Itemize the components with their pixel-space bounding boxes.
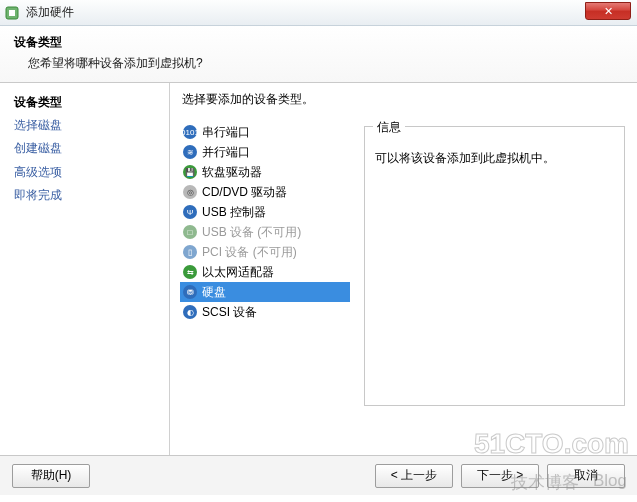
wizard-step[interactable]: 即将完成 — [14, 184, 163, 207]
usb-controller-icon: Ψ — [182, 204, 198, 220]
info-legend: 信息 — [373, 119, 405, 136]
device-type-label: 硬盘 — [202, 283, 226, 301]
device-type-item: □USB 设备 (不可用) — [180, 222, 350, 242]
wizard-steps-sidebar: 设备类型选择磁盘创建磁盘高级选项即将完成 — [0, 83, 170, 455]
svg-text:≋: ≋ — [187, 148, 194, 157]
pci-device-icon: ▯ — [182, 244, 198, 260]
svg-text:▯: ▯ — [188, 248, 192, 257]
device-type-label: 并行端口 — [202, 143, 250, 161]
wizard-step[interactable]: 设备类型 — [14, 91, 163, 114]
device-type-item[interactable]: ◎CD/DVD 驱动器 — [180, 182, 350, 202]
wizard-step[interactable]: 创建磁盘 — [14, 137, 163, 160]
device-type-label: PCI 设备 (不可用) — [202, 243, 297, 261]
device-type-item: ▯PCI 设备 (不可用) — [180, 242, 350, 262]
close-button[interactable]: ✕ — [585, 2, 631, 20]
info-groupbox: 信息 可以将该设备添加到此虚拟机中。 — [364, 126, 625, 406]
cancel-button[interactable]: 取消 — [547, 464, 625, 488]
window-title: 添加硬件 — [26, 4, 74, 21]
device-type-item[interactable]: 0101串行端口 — [180, 122, 350, 142]
help-button[interactable]: 帮助(H) — [12, 464, 90, 488]
device-type-label: 以太网适配器 — [202, 263, 274, 281]
cd-dvd-drive-icon: ◎ — [182, 184, 198, 200]
ethernet-adapter-icon: ⇆ — [182, 264, 198, 280]
wizard-main: 选择要添加的设备类型。 0101串行端口≋并行端口💾软盘驱动器◎CD/DVD 驱… — [170, 83, 637, 455]
device-type-label: USB 设备 (不可用) — [202, 223, 301, 241]
hard-disk-icon: ⛃ — [182, 284, 198, 300]
svg-text:⛃: ⛃ — [187, 288, 194, 297]
titlebar: 添加硬件 ✕ — [0, 0, 637, 26]
header-title: 设备类型 — [14, 34, 623, 51]
device-type-item[interactable]: ⛃硬盘 — [180, 282, 350, 302]
floppy-drive-icon: 💾 — [182, 164, 198, 180]
svg-rect-1 — [9, 10, 15, 16]
device-type-label: 软盘驱动器 — [202, 163, 262, 181]
device-type-label: CD/DVD 驱动器 — [202, 183, 287, 201]
device-type-item[interactable]: ◐SCSI 设备 — [180, 302, 350, 322]
device-type-item[interactable]: ⇆以太网适配器 — [180, 262, 350, 282]
device-type-item[interactable]: 💾软盘驱动器 — [180, 162, 350, 182]
svg-text:⇆: ⇆ — [187, 268, 194, 277]
device-type-label: SCSI 设备 — [202, 303, 257, 321]
serial-port-icon: 0101 — [182, 124, 198, 140]
main-panes: 0101串行端口≋并行端口💾软盘驱动器◎CD/DVD 驱动器ΨUSB 控制器□U… — [180, 122, 625, 406]
wizard-step[interactable]: 选择磁盘 — [14, 114, 163, 137]
app-icon — [4, 5, 20, 21]
svg-text:0101: 0101 — [182, 128, 198, 137]
svg-text:◎: ◎ — [187, 188, 194, 197]
device-type-list[interactable]: 0101串行端口≋并行端口💾软盘驱动器◎CD/DVD 驱动器ΨUSB 控制器□U… — [180, 122, 350, 406]
wizard-header: 设备类型 您希望将哪种设备添加到虚拟机? — [0, 26, 637, 83]
parallel-port-icon: ≋ — [182, 144, 198, 160]
device-type-item[interactable]: ≋并行端口 — [180, 142, 350, 162]
info-text: 可以将该设备添加到此虚拟机中。 — [375, 149, 614, 168]
header-subtitle: 您希望将哪种设备添加到虚拟机? — [28, 55, 623, 72]
usb-device-icon: □ — [182, 224, 198, 240]
back-button[interactable]: < 上一步 — [375, 464, 453, 488]
svg-text:💾: 💾 — [185, 167, 195, 177]
device-type-label: 串行端口 — [202, 123, 250, 141]
svg-text:Ψ: Ψ — [187, 208, 194, 217]
device-type-label: USB 控制器 — [202, 203, 266, 221]
device-type-item[interactable]: ΨUSB 控制器 — [180, 202, 350, 222]
wizard-body: 设备类型选择磁盘创建磁盘高级选项即将完成 选择要添加的设备类型。 0101串行端… — [0, 83, 637, 455]
next-button[interactable]: 下一步 > — [461, 464, 539, 488]
wizard-step[interactable]: 高级选项 — [14, 161, 163, 184]
main-instruction: 选择要添加的设备类型。 — [182, 91, 625, 108]
svg-text:◐: ◐ — [187, 308, 194, 317]
close-icon: ✕ — [604, 5, 613, 18]
scsi-device-icon: ◐ — [182, 304, 198, 320]
svg-text:□: □ — [188, 228, 193, 237]
wizard-footer: 帮助(H) < 上一步 下一步 > 取消 — [0, 455, 637, 495]
